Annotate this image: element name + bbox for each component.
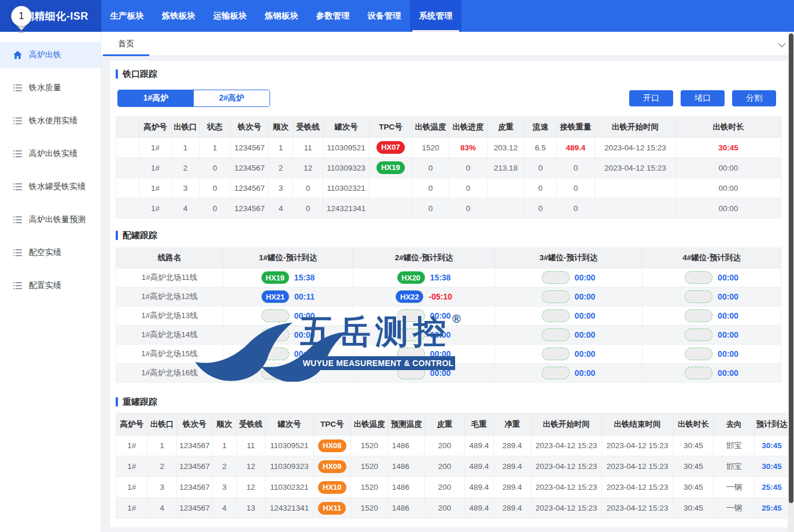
eta-time: 00:00 <box>575 311 596 320</box>
chevron-down-icon[interactable] <box>778 40 786 50</box>
ladle-tag <box>261 309 289 322</box>
sidebar-item-label: 高炉出铁实绩 <box>29 149 77 159</box>
slot-cell: 00:00 <box>642 364 781 383</box>
cell: 489.4 <box>464 477 493 498</box>
slot: 00:00 <box>224 348 352 360</box>
column-header: 3#罐位-预计到达 <box>495 248 642 268</box>
cell: 12 <box>293 158 323 178</box>
furnace-tab[interactable]: 2#高炉 <box>194 90 269 106</box>
heavy-table: 高炉号出铁口铁次号顺次受铁线罐次号TPC号出铁温度预测温度皮重毛重净重出铁开始时… <box>116 413 788 519</box>
slot: 00:00 <box>496 271 641 284</box>
sidebar-item[interactable]: 铁水质量 <box>0 75 101 101</box>
slot-cell: 00:00 <box>495 364 642 383</box>
column-header: 受铁线 <box>293 117 323 138</box>
action-button[interactable]: 堵口 <box>681 90 725 106</box>
table-row[interactable]: 1#高炉北场11线HX1915:38HX2015:3800:0000:00 <box>116 268 781 287</box>
cell: 1234567 <box>231 178 269 198</box>
line-name-cell: 1#高炉北场16线 <box>116 364 223 383</box>
slot: 00:00 <box>644 367 780 379</box>
slot: HX2015:38 <box>354 271 493 284</box>
cell: 1520 <box>350 456 388 477</box>
table-row[interactable]: 1#41234567413124321341HX1115201486200489… <box>116 498 788 519</box>
sidebar-item[interactable]: 铁水使用实绩 <box>0 108 101 134</box>
eta-time: -05:10 <box>429 292 452 301</box>
table-row[interactable]: 1#111234567111110309521HX07152083%203.12… <box>116 138 781 158</box>
table-row[interactable]: 1#高炉北场15线00:0000:0000:0000:00 <box>116 345 781 364</box>
cell: 1# <box>116 456 147 477</box>
cell: 0 <box>449 158 488 178</box>
cell <box>595 198 676 219</box>
slot-cell: 00:00 <box>223 364 353 383</box>
cell: 0 <box>557 178 595 198</box>
nav-item[interactable]: 运输板块 <box>204 0 256 32</box>
table-row[interactable]: 1#11234567111110309521HX0815201486200489… <box>116 435 788 456</box>
table-row[interactable]: 1#高炉北场12线HX2100:11HX22-05:1000:0000:00 <box>116 287 781 306</box>
column-header: 4#罐位-预计到达 <box>642 248 781 268</box>
tpc-tag: HX07 <box>376 141 405 154</box>
column-header: 出铁温度 <box>412 117 449 138</box>
ladle-table: 线路名1#罐位-预计到达2#罐位-预计到达3#罐位-预计到达4#罐位-预计到达1… <box>116 247 782 383</box>
cell: 2023-04-12 15:23 <box>601 435 673 456</box>
cell: 0 <box>412 198 449 219</box>
table-row[interactable]: 1#高炉北场16线00:0000:0000:0000:00 <box>116 364 781 383</box>
action-button[interactable]: 分割 <box>732 90 776 106</box>
cell: 一钢 <box>714 498 755 519</box>
sidebar-item-label: 高炉出铁量预测 <box>29 215 86 225</box>
cell: 11 <box>293 138 323 158</box>
cell: 2023-04-12 15:23 <box>531 435 601 456</box>
cell: 0 <box>557 158 595 178</box>
table-row[interactable]: 1#高炉北场14线00:0000:0000:0000:00 <box>116 326 781 345</box>
eta-time: 00:00 <box>294 330 315 339</box>
furnace-tab[interactable]: 1#高炉 <box>118 90 194 106</box>
cell: 25:45 <box>755 477 788 498</box>
sidebar-item[interactable]: 配置实绩 <box>0 273 101 298</box>
sidebar-item[interactable]: 高炉出铁量预测 <box>0 207 101 232</box>
cell: 489.4 <box>464 435 493 456</box>
cell: 2023-04-12 15:23 <box>601 477 673 498</box>
ladle-tag <box>685 271 712 284</box>
sidebar-item-label: 铁水质量 <box>29 83 61 93</box>
sidebar-item[interactable]: 铁水罐受铁实绩 <box>0 174 101 200</box>
tpc-tag: HX09 <box>318 460 346 473</box>
column-header: 皮重 <box>424 413 464 435</box>
tbl3-table: 高炉号出铁口铁次号顺次受铁线罐次号TPC号出铁温度预测温度皮重毛重净重出铁开始时… <box>116 413 788 519</box>
nav-item[interactable]: 炼钢板块 <box>256 0 307 32</box>
sidebar-item[interactable]: 高炉出铁实绩 <box>0 141 101 167</box>
table-row[interactable]: 1#31234567312110302321HX1015201486200489… <box>116 477 788 498</box>
column-header <box>116 117 139 138</box>
cell: 13 <box>237 498 265 519</box>
table-row[interactable]: 1#21234567212110309323HX0915201486200489… <box>116 456 788 477</box>
table-row[interactable]: 1#高炉北场13线00:0000:0000:0000:00 <box>116 306 781 326</box>
eta-time: 00:00 <box>430 368 451 378</box>
cell: 6.5 <box>525 138 557 158</box>
column-header: 皮重 <box>488 117 525 138</box>
nav-item[interactable]: 生产板块 <box>101 0 153 32</box>
cell: 4 <box>212 498 237 519</box>
nav-item[interactable]: 参数管理 <box>307 0 359 32</box>
ladle-tag <box>685 348 712 360</box>
cell: 0 <box>412 158 449 178</box>
cell: 124321341 <box>323 198 370 219</box>
nav-item[interactable]: 系统管理 <box>410 0 461 32</box>
nav-item[interactable]: 设备管理 <box>359 0 410 32</box>
slot: 00:00 <box>496 309 641 322</box>
nav-item[interactable]: 炼铁板块 <box>153 0 204 32</box>
slot-cell: 00:00 <box>223 306 353 326</box>
vertical-scrollbar[interactable] <box>788 32 794 532</box>
slot-cell: 00:00 <box>642 306 781 326</box>
column-header: 高炉号 <box>116 413 147 435</box>
slot-cell: 00:00 <box>495 287 642 306</box>
action-button[interactable]: 开口 <box>629 90 673 106</box>
sidebar-item[interactable]: 配空实绩 <box>0 240 101 265</box>
table-row[interactable]: 1#201234567212110309323HX1900213.1800202… <box>116 158 781 178</box>
table-row[interactable]: 1#30123456730110302321000000:00 <box>116 178 781 198</box>
tab-home[interactable]: 首页 <box>103 32 149 56</box>
eta-time: 00:00 <box>294 368 315 378</box>
table-row[interactable]: 1#40123456740124321341000000:00 <box>116 198 781 219</box>
top-nav: 生产板块炼铁板块运输板块炼钢板块参数管理设备管理系统管理 <box>101 0 461 32</box>
eta-time: 00:00 <box>575 273 596 282</box>
sidebar-item[interactable]: 高炉出铁 <box>0 42 101 68</box>
scrollbar-thumb[interactable] <box>789 34 793 503</box>
cell: 3 <box>212 477 237 498</box>
ladle-tag <box>685 367 712 379</box>
